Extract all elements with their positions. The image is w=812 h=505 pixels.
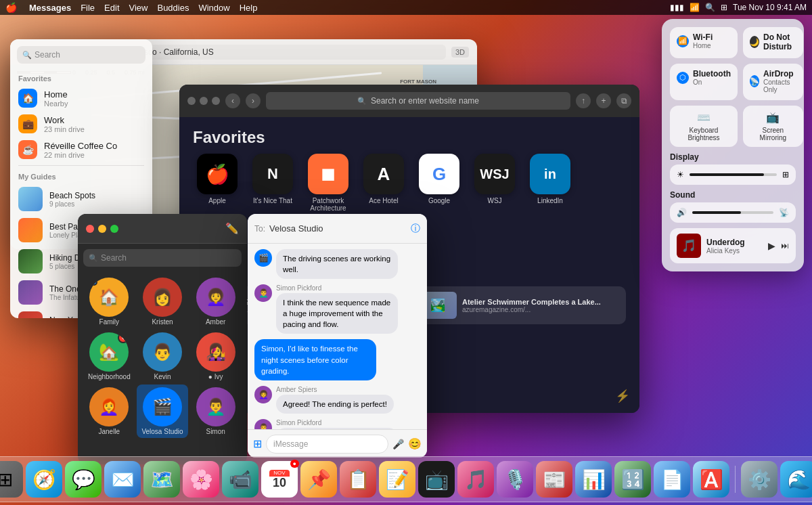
app-name[interactable]: Messages [29,3,71,13]
sidebar-item-coffee[interactable]: ☕ Réveille Coffee Co 22 min drive [10,137,152,162]
dock-numbers[interactable]: 🔢 [614,461,651,498]
contact-kristen[interactable]: 👩 Kristen [137,275,189,328]
coffee-text: Réveille Coffee Co 22 min drive [44,141,144,159]
dock-sticky[interactable]: 📌 [300,461,337,498]
dock-appletv[interactable]: 📺 [418,461,455,498]
fav-nicethat[interactable]: N It's Nice That [248,154,297,212]
imessage-body[interactable]: 🎬 The driving scenes are working well. 👨… [248,244,427,429]
imessage-info-icon[interactable]: ⓘ [411,223,420,235]
cc-skip-button[interactable]: ⏭ [781,241,789,250]
msg-row-4: 👩‍🦱 Amber Spiers Agreed! The ending is p… [254,386,420,414]
dock-keynote[interactable]: 📊 [575,461,612,498]
contact-family[interactable]: 🏠 Family [83,275,135,328]
messages-fullscreen[interactable] [110,225,118,233]
home-text: Home Nearby [44,89,144,108]
safari-back-btn[interactable]: ‹ [225,93,240,108]
menu-buddies[interactable]: Buddies [157,3,189,13]
sidebar-search[interactable]: 🔍 Search [17,46,145,64]
contact-janelle[interactable]: 👩‍🦰 Janelle [83,385,135,438]
safari-fullscreen[interactable] [212,97,220,105]
dock-facetime[interactable]: 📹 [222,461,258,498]
safari-url-bar[interactable]: 🔍 Search or enter website name [266,92,570,110]
menu-view[interactable]: View [129,3,148,13]
ivy-name: ● Ivy [208,373,223,380]
imessage-input[interactable]: iMessage [266,435,388,454]
dock-news[interactable]: 📰 [536,461,572,498]
messages-close[interactable] [86,225,94,233]
calendar-badge: ● [290,460,299,468]
contact-neighborhood[interactable]: 🏡 ♥ Neighborhood [83,330,135,383]
cc-display-slider-row[interactable]: ☀ ⊞ [670,164,796,185]
sidebar-item-home[interactable]: 🏠 Home Nearby [10,85,152,111]
safari-tabs-btn[interactable]: ⧉ [616,93,631,108]
fav-patchwork[interactable]: ■ Patchwork Architecture [304,154,353,212]
maps-3d-btn[interactable]: 3D [451,47,469,58]
wifi-icon[interactable]: 📶 [690,3,700,12]
search-icon[interactable]: 🔍 [705,3,715,12]
contact-amber[interactable]: 👩‍🦱 Amber [189,275,242,328]
fav-linkedin[interactable]: in LinkedIn [526,154,574,212]
menu-file[interactable]: File [81,3,95,13]
velosa-name: Velosa Studio [141,428,183,435]
dock-messages[interactable]: 💬 [65,461,102,498]
emoji-apps-icon[interactable]: ⊞ [253,437,262,450]
dock-maps[interactable]: 🗺️ [143,461,180,498]
dock-pages[interactable]: 📄 [654,461,690,498]
cc-display-fill [690,173,764,176]
messages-minimize[interactable] [98,225,106,233]
menu-edit[interactable]: Edit [104,3,119,13]
cc-dnd-tile[interactable]: 🌙 Do Not Disturb [743,27,803,58]
dock-safari[interactable]: 🧭 [26,461,62,498]
msg-row-1: 🎬 The driving scenes are working well. [254,249,420,279]
dock-photos[interactable]: 🌸 [183,461,219,498]
safari-close[interactable] [187,97,196,105]
search-icon: 🔍 [89,254,98,263]
audio-icon[interactable]: 🎤 [392,439,404,449]
cc-sound-slider[interactable] [692,211,773,214]
dock-launchpad[interactable]: ⊞ [0,461,23,498]
fav-wsj[interactable]: WSJ WSJ [470,154,519,212]
contact-kevin[interactable]: 👨 Kevin [137,330,189,383]
dock-sysprefs[interactable]: ⚙️ [741,461,777,498]
safari-card-schwimmer[interactable]: 🏞️ Atelier Schwimmer Completes a Lake...… [413,286,626,324]
fav-acehotel[interactable]: A Ace Hotel [359,154,408,212]
cc-airdrop-tile[interactable]: 📡 AirDrop Contacts Only [743,64,803,100]
cc-screen-mirroring-tile[interactable]: 📺 Screen Mirroring [743,106,803,147]
guide-item-beach[interactable]: Beach Spots 9 places [10,183,152,215]
dock-screensaver[interactable]: 🌊 [780,461,812,498]
contact-simon[interactable]: 👨‍🦱 Simon [189,385,242,438]
dock-appstore[interactable]: 🅰️ [693,461,729,498]
safari-add-tab-btn[interactable]: + [596,93,611,108]
fav-google[interactable]: G Google [415,154,464,212]
apple-menu-icon[interactable]: 🍎 [5,2,17,13]
cc-bluetooth-tile[interactable]: ⬡ Bluetooth On [670,64,738,100]
safari-share-btn[interactable]: ↑ [576,93,591,108]
cc-dnd-header: 🌙 Do Not Disturb [750,32,796,51]
kristen-name: Kristen [152,318,173,326]
cc-display-slider[interactable] [690,173,777,176]
dock-music[interactable]: 🎵 [457,461,494,498]
emoji-icon[interactable]: 😊 [408,437,422,450]
dock-reminders[interactable]: 📋 [340,461,376,498]
menu-help[interactable]: Help [240,3,258,13]
messages-search[interactable]: 🔍 Search [83,249,242,267]
cc-keyboard-tile[interactable]: ⌨️ Keyboard Brightness [670,106,738,147]
control-center-icon[interactable]: ⊞ [721,3,727,12]
dock-calendar[interactable]: NOV 10 ● [261,461,298,498]
cc-play-button[interactable]: ▶ [768,240,775,251]
fav-apple[interactable]: 🍎 Apple [193,154,242,212]
cc-sound-slider-row[interactable]: 🔊 📡 [670,202,796,223]
safari-minimize[interactable] [200,97,208,105]
dock-notes[interactable]: 📝 [379,461,415,498]
menu-window[interactable]: Window [198,3,229,13]
sidebar-item-work[interactable]: 💼 Work 23 min drive [10,111,152,137]
dock-mail[interactable]: ✉️ [104,461,141,498]
safari-forward-btn[interactable]: › [246,93,261,108]
cc-wifi-label: Wi-Fi [693,32,713,42]
contact-ivy[interactable]: 👩‍🎤 ● Ivy [189,330,242,383]
safari-slider-icon[interactable]: ⚡ [615,389,630,403]
compose-button[interactable]: ✏️ [225,222,239,235]
cc-wifi-tile[interactable]: 📶 Wi-Fi Home [670,27,738,58]
contact-velosa[interactable]: 🎬 Velosa Studio [137,385,189,438]
dock-podcasts[interactable]: 🎙️ [497,461,533,498]
